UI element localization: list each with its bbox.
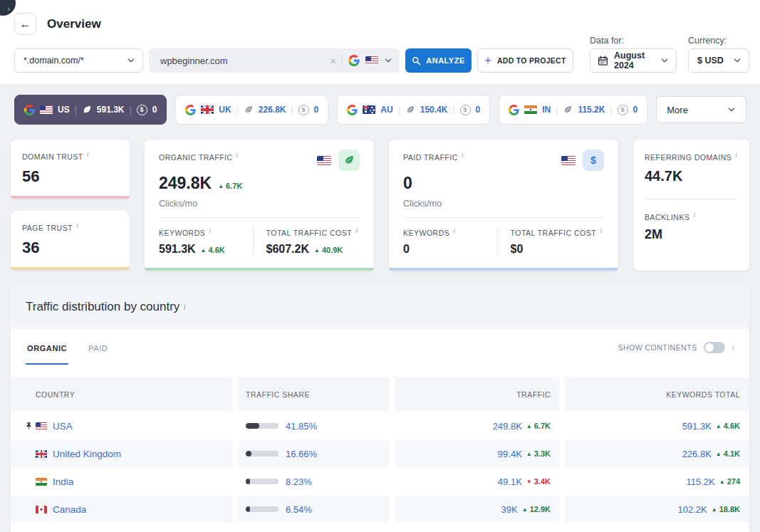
tab-organic[interactable]: ORGANIC (26, 331, 68, 365)
domain-trust-card: DOMAIN TRUSTi 56 (11, 140, 130, 199)
traffic-cost-label: TOTAL TRAFFIC COST (511, 229, 597, 237)
referring-domains-value: 44.7K (645, 168, 738, 184)
add-to-project-button[interactable]: + ADD TO PROJECT (477, 48, 573, 73)
currency-label: Currency: (688, 36, 749, 46)
chevron-down-icon[interactable] (384, 56, 392, 65)
info-icon[interactable]: i (735, 151, 737, 159)
divider (645, 199, 738, 199)
traffic-distribution-panel: Traffic distribution by country i ORGANI… (11, 285, 749, 532)
metric-cards: DOMAIN TRUSTi 56 PAGE TRUSTi 36 ORGANIC … (11, 140, 749, 271)
domain-search-box: × (149, 48, 400, 73)
traffic-value[interactable]: 49.1K (498, 476, 522, 487)
google-icon (347, 105, 358, 115)
scope-selector[interactable]: *.domain.com/* (14, 48, 143, 73)
data-for-label: Data for: (590, 36, 677, 46)
paid-traffic-value: 0 (403, 174, 412, 193)
backlinks-value: 2M (645, 227, 738, 242)
chevron-down-icon (727, 105, 736, 114)
traffic-value[interactable]: 99.4K (498, 449, 522, 459)
organic-count: 150.4K (420, 105, 448, 115)
keywords-delta: 4.1K (716, 449, 740, 458)
country-link[interactable]: Canada (53, 504, 86, 515)
domain-trust-value: 56 (22, 167, 118, 186)
country-code: IN (542, 105, 551, 115)
currency-selector[interactable]: $ USD (688, 48, 749, 73)
country-tab-au[interactable]: AU | 150.4K | $ 0 (337, 95, 490, 125)
us-flag-icon (317, 156, 331, 165)
leaf-icon (82, 105, 92, 115)
uk-flag-icon (201, 105, 214, 114)
header-traffic-share[interactable]: TRAFFIC SHARE (239, 377, 390, 412)
keywords-label: KEYWORDS (403, 229, 449, 237)
traffic-share-bar (246, 451, 279, 457)
page-trust-label: PAGE TRUST (22, 224, 73, 232)
search-input[interactable] (159, 55, 324, 67)
show-continents-toggle[interactable] (704, 342, 725, 353)
country-link[interactable]: USA (53, 421, 73, 432)
organic-traffic-card: ORGANIC TRAFFICi 249.8K 6.7K Clicks/mo K… (145, 140, 374, 271)
keywords-value[interactable]: 115.2K (686, 476, 714, 487)
keywords-value[interactable]: 102.2K (678, 504, 707, 515)
info-icon[interactable]: i (732, 344, 734, 352)
header-keywords-total[interactable]: KEYWORDS TOTAL (565, 377, 749, 412)
country-link[interactable]: United Kingdom (53, 449, 121, 459)
info-icon[interactable]: i (236, 151, 239, 159)
show-continents-label: SHOW CONTINENTS (618, 343, 697, 352)
share-value[interactable]: 8.23% (286, 476, 312, 487)
overview-page: ← Overview *.domain.com/* × ANALYZE + (0, 0, 760, 532)
table-row-partial (11, 523, 749, 531)
table-row: USA 41.85% 249.8K 6.7K 591.3K 4.6K (11, 412, 749, 439)
country-tab-uk[interactable]: UK | 226.8K | $ 0 (175, 95, 328, 125)
clear-input-icon[interactable]: × (330, 56, 336, 66)
top-header: ← Overview *.domain.com/* × ANALYZE + (0, 0, 760, 84)
paid-count: 0 (633, 105, 638, 115)
leaf-icon (343, 155, 355, 166)
leaf-icon (405, 105, 415, 115)
info-icon[interactable]: i (183, 302, 185, 313)
country-tab-in[interactable]: IN | 115.2K | $ 0 (499, 95, 647, 125)
organic-leaf-badge (338, 150, 360, 171)
date-selector[interactable]: August 2024 (590, 48, 677, 73)
section-title: Traffic distribution by country (26, 300, 179, 314)
keywords-label: KEYWORDS (159, 229, 205, 237)
share-value[interactable]: 6.54% (286, 504, 312, 515)
tab-paid[interactable]: PAID (87, 331, 109, 365)
header-country[interactable]: COUNTRY (11, 377, 233, 412)
paid-traffic-label: PAID TRAFFIC (403, 153, 458, 162)
pin-icon[interactable] (25, 422, 33, 430)
dollar-icon: $ (590, 155, 596, 166)
keywords-value[interactable]: 591.3K (682, 421, 712, 432)
info-icon[interactable]: i (87, 150, 89, 158)
leaf-icon (563, 105, 573, 115)
in-flag-icon (36, 478, 47, 486)
info-icon[interactable]: i (209, 226, 211, 234)
paid-dollar-badge: $ (583, 150, 604, 171)
arrow-left-icon: ← (20, 18, 31, 31)
chevron-right-icon: › (7, 4, 10, 13)
traffic-value[interactable]: 249.8K (493, 421, 522, 432)
info-icon[interactable]: i (600, 226, 602, 234)
info-icon[interactable]: i (693, 211, 695, 219)
more-countries-dropdown[interactable]: More (656, 96, 746, 123)
organic-unit: Clicks/mo (159, 199, 360, 209)
info-icon[interactable]: i (76, 221, 78, 229)
share-value[interactable]: 41.85% (286, 421, 317, 432)
country-link[interactable]: India (53, 476, 73, 487)
dollar-icon: $ (460, 105, 471, 115)
header-traffic[interactable]: TRAFFIC (395, 377, 559, 412)
traffic-value[interactable]: 39K (501, 504, 518, 515)
back-button[interactable]: ← (14, 13, 36, 35)
keywords-value[interactable]: 226.8K (682, 449, 712, 459)
table-row: Canada 6.54% 39K 12.9K 102.2K 18.8K (11, 496, 749, 523)
currency-group: Currency: $ USD (688, 36, 749, 73)
info-icon[interactable]: i (462, 151, 464, 159)
chevron-down-icon (127, 56, 135, 65)
paid-traffic-card: PAID TRAFFICi $ 0 Clicks/mo KEYWORDSi 0 … (389, 140, 618, 271)
info-icon[interactable]: i (453, 226, 455, 234)
info-icon[interactable]: i (355, 226, 358, 234)
chevron-down-icon (660, 56, 669, 65)
country-tab-us[interactable]: US | 591.3K | $ 0 (14, 95, 167, 125)
analyze-button[interactable]: ANALYZE (405, 48, 472, 73)
share-value[interactable]: 16.66% (286, 449, 317, 459)
paid-unit: Clicks/mo (403, 199, 604, 209)
